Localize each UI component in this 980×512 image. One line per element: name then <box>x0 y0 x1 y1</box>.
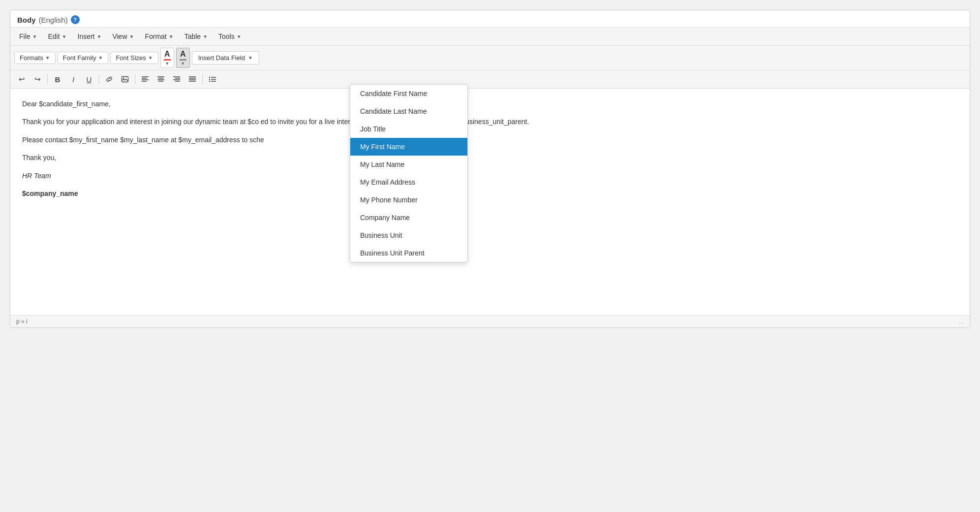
font-color-bar <box>164 59 171 61</box>
align-justify-button[interactable] <box>185 72 200 86</box>
resize-handle[interactable]: ... <box>959 318 964 325</box>
align-left-button[interactable] <box>138 72 153 86</box>
editor-content[interactable]: Dear $candidate_first_name, Thank you fo… <box>10 89 970 315</box>
toolbar-sep4 <box>202 74 203 84</box>
toolbar-sep3 <box>135 74 135 84</box>
svg-point-22 <box>209 81 210 82</box>
view-arrow: ▼ <box>129 34 134 39</box>
file-arrow: ▼ <box>32 34 37 39</box>
undo-button[interactable]: ↩ <box>14 72 29 86</box>
align-center-button[interactable] <box>153 72 168 86</box>
svg-point-18 <box>209 77 210 78</box>
content-line3: Please contact $my_first_name $my_last_n… <box>22 134 958 145</box>
dropdown-item-candidate-last-name[interactable]: Candidate Last Name <box>350 102 467 120</box>
bg-color-bar <box>180 59 186 61</box>
menu-file[interactable]: File ▼ <box>14 30 42 43</box>
dropdown-item-job-title[interactable]: Job Title <box>350 120 467 138</box>
link-button[interactable] <box>102 72 117 86</box>
font-sizes-arrow: ▼ <box>148 55 153 61</box>
menu-bar: File ▼ Edit ▼ Insert ▼ View ▼ Format ▼ T… <box>10 28 970 46</box>
insert-data-field-button[interactable]: Insert Data Field ▼ <box>192 51 259 64</box>
toolbar-row1: Formats ▼ Font Family ▼ Font Sizes ▼ A ▼… <box>10 46 970 70</box>
status-bar: p » i ... <box>10 315 970 327</box>
dropdown-item-my-email-address[interactable]: My Email Address <box>350 173 467 191</box>
italic-button[interactable]: I <box>66 72 81 86</box>
bg-color-button[interactable]: A ▼ <box>176 48 190 68</box>
dropdown-item-candidate-first-name[interactable]: Candidate First Name <box>350 85 467 102</box>
table-arrow: ▼ <box>203 34 208 39</box>
menu-insert[interactable]: Insert ▼ <box>73 30 107 43</box>
formats-arrow: ▼ <box>45 55 50 61</box>
font-family-arrow: ▼ <box>98 55 103 61</box>
redo-button[interactable]: ↪ <box>30 72 45 86</box>
content-line2: Thank you for your application and inter… <box>22 116 958 127</box>
list-button[interactable] <box>205 72 220 86</box>
path-indicator: p » i <box>16 318 28 325</box>
image-button[interactable] <box>118 72 132 86</box>
bg-a-letter: A <box>180 50 186 59</box>
content-line6: $company_name <box>22 188 958 199</box>
menu-tools[interactable]: Tools ▼ <box>214 30 246 43</box>
dropdown-item-my-last-name[interactable]: My Last Name <box>350 156 467 173</box>
content-line1: Dear $candidate_first_name, <box>22 98 958 109</box>
toolbar-sep2 <box>99 74 99 84</box>
toolbar-row2: ↩ ↪ B I U <box>10 70 970 89</box>
font-sizes-dropdown[interactable]: Font Sizes ▼ <box>110 52 158 64</box>
editor-wrapper: Body (English) ? File ▼ Edit ▼ Insert ▼ … <box>10 10 970 328</box>
menu-table[interactable]: Table ▼ <box>180 30 213 43</box>
insert-data-arrow: ▼ <box>248 55 253 61</box>
insert-arrow: ▼ <box>97 34 102 39</box>
formats-dropdown[interactable]: Formats ▼ <box>14 52 56 64</box>
toolbar-sep1 <box>47 74 48 84</box>
menu-format[interactable]: Format ▼ <box>140 30 178 43</box>
underline-button[interactable]: U <box>82 72 96 86</box>
bold-button[interactable]: B <box>50 72 65 86</box>
insert-data-dropdown: Candidate First Name Candidate Last Name… <box>350 84 468 262</box>
format-arrow: ▼ <box>169 34 174 39</box>
dropdown-item-my-first-name[interactable]: My First Name <box>350 138 467 156</box>
help-icon[interactable]: ? <box>71 15 80 24</box>
menu-edit[interactable]: Edit ▼ <box>43 30 71 43</box>
font-family-dropdown[interactable]: Font Family ▼ <box>58 52 109 64</box>
dropdown-item-my-phone-number[interactable]: My Phone Number <box>350 191 467 209</box>
edit-arrow: ▼ <box>62 34 67 39</box>
dropdown-item-business-unit[interactable]: Business Unit <box>350 226 467 244</box>
svg-point-1 <box>123 78 124 79</box>
content-line4: Thank you, <box>22 152 958 163</box>
svg-rect-0 <box>122 77 128 82</box>
align-right-button[interactable] <box>169 72 184 86</box>
content-line5: HR Team <box>22 170 958 181</box>
tools-arrow: ▼ <box>237 34 242 39</box>
dropdown-item-business-unit-parent[interactable]: Business Unit Parent <box>350 244 467 262</box>
editor-label: Body (English) ? <box>10 10 970 28</box>
bg-color-arrow: ▼ <box>181 61 185 66</box>
body-label: Body <box>17 16 36 24</box>
menu-view[interactable]: View ▼ <box>107 30 139 43</box>
font-a-letter: A <box>164 50 170 59</box>
lang-label: (English) <box>39 16 68 24</box>
font-color-arrow: ▼ <box>165 61 169 66</box>
svg-point-20 <box>209 79 210 80</box>
dropdown-item-company-name[interactable]: Company Name <box>350 209 467 226</box>
font-color-button[interactable]: A ▼ <box>160 48 174 68</box>
